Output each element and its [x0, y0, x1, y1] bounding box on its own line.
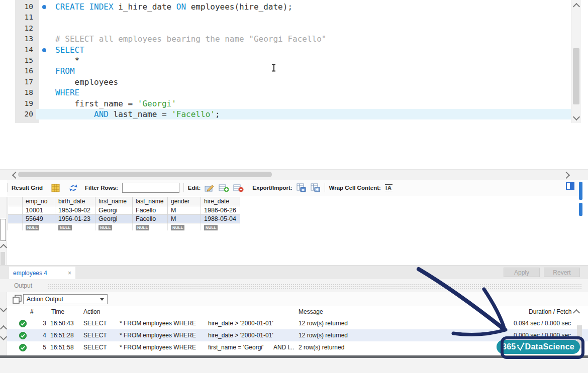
table-cell[interactable]: 1956-01-23 — [55, 215, 95, 223]
tab-employees-4[interactable]: employees 4 × — [9, 267, 75, 280]
code-line[interactable]: 12 — [15, 23, 571, 34]
table-cell[interactable]: Facello — [133, 206, 168, 215]
collapsed-panel-icon[interactable] — [1, 219, 6, 241]
row-selector[interactable] — [8, 215, 23, 223]
form-editor-toggle-icon[interactable] — [566, 182, 574, 190]
export-icon[interactable] — [297, 183, 307, 192]
table-cell[interactable]: 1986-06-26 — [201, 206, 240, 215]
null-cell[interactable]: NULL — [133, 223, 168, 230]
line-number: 18 — [15, 87, 36, 98]
output-action-table: employees WHERE — [143, 344, 196, 351]
import-icon[interactable] — [311, 183, 321, 192]
result-tab-label: employees 4 — [13, 270, 47, 277]
null-cell[interactable]: NULL — [201, 223, 240, 230]
table-cell[interactable]: 1953-09-02 — [55, 206, 95, 215]
table-cell[interactable]: Facello — [133, 215, 168, 223]
splitter-down-icon[interactable] — [0, 333, 7, 340]
result-grid-toolbar: Result Grid Filter Rows: Edit: Export/Im… — [7, 180, 581, 196]
output-time: 16:51:28 — [50, 332, 74, 339]
column-header[interactable]: emp_no — [23, 197, 55, 206]
table-cell[interactable]: M — [168, 206, 201, 215]
wrap-cell-icon[interactable]: IA — [385, 184, 393, 191]
status-ok-icon — [19, 344, 27, 351]
editor-vertical-scrollbar[interactable] — [571, 0, 581, 123]
insert-row-icon[interactable] — [219, 184, 229, 192]
output-type-select[interactable]: Action Output — [23, 294, 108, 304]
taskbar-area — [0, 358, 588, 373]
statement-marker-icon — [42, 5, 46, 9]
code-line[interactable]: 14SELECT — [15, 45, 571, 55]
code-line[interactable]: 11 — [15, 12, 571, 23]
scrollbar-thumb[interactable] — [573, 48, 579, 104]
code-line[interactable]: 15 * — [15, 55, 571, 66]
result-left-strip — [0, 197, 7, 267]
revert-button[interactable]: Revert — [544, 268, 580, 277]
null-cell[interactable]: NULL — [168, 223, 201, 230]
status-ok-icon — [19, 332, 27, 339]
result-scrollbar-segment[interactable] — [579, 203, 582, 216]
refresh-icon[interactable] — [69, 184, 78, 192]
result-grid[interactable]: emp_nobirth_datefirst_namelast_namegende… — [8, 197, 240, 230]
code-line[interactable]: 13# SELECT all employees bearing the nam… — [15, 34, 571, 44]
code-line[interactable]: 17 employees — [15, 77, 571, 87]
scroll-down-icon[interactable] — [573, 113, 580, 120]
null-cell[interactable]: NULL — [23, 223, 55, 230]
brand-suffix: DataScience — [525, 342, 574, 351]
layers-icon[interactable] — [12, 294, 22, 304]
code-token: CREATE INDEX — [55, 2, 114, 12]
table-cell[interactable]: M — [168, 215, 201, 223]
result-scrollbar-segment[interactable] — [579, 182, 582, 200]
code-token: FROM — [55, 66, 75, 76]
column-header[interactable]: first_name — [95, 197, 133, 206]
null-cell[interactable]: NULL — [55, 223, 95, 230]
tab-close-icon[interactable]: × — [68, 270, 71, 277]
editor-horizontal-scrollbar[interactable] — [0, 169, 588, 180]
null-cell[interactable]: NULL — [95, 223, 133, 230]
scrollbar-thumb[interactable] — [18, 172, 272, 177]
column-header[interactable]: gender — [168, 197, 201, 206]
sql-code-editor[interactable]: 10CREATE INDEX i_hire_date ON employees(… — [0, 0, 588, 123]
code-line[interactable]: 16FROM — [15, 66, 571, 76]
column-header[interactable]: birth_date — [55, 197, 95, 206]
scroll-right-icon[interactable] — [563, 172, 570, 179]
code-line[interactable]: 18WHERE — [15, 87, 571, 98]
filter-rows-input[interactable] — [122, 183, 179, 193]
splitter-up-icon[interactable] — [0, 325, 7, 332]
code-token: 'Georgi' — [138, 99, 176, 108]
output-action-verb: SELECT — [83, 332, 107, 339]
column-header[interactable]: last_name — [133, 197, 168, 206]
edit-record-icon[interactable] — [205, 184, 215, 192]
code-line[interactable]: 10CREATE INDEX i_hire_date ON employees(… — [15, 2, 571, 12]
line-number: 13 — [15, 34, 36, 44]
row-selector[interactable] — [8, 223, 23, 230]
code-line[interactable]: 19 first_name = 'Georgi' — [15, 98, 571, 109]
output-message: 2 row(s) returned — [299, 344, 344, 351]
scroll-up-icon[interactable] — [0, 244, 7, 251]
collapse-icon[interactable] — [0, 305, 7, 312]
text-cursor — [271, 63, 276, 72]
table-cell[interactable]: Georgi — [95, 206, 133, 215]
output-row[interactable]: 416:51:28SELECT* FROMemployees WHEREhire… — [7, 329, 588, 341]
row-selector-header[interactable] — [8, 197, 23, 206]
delete-row-icon[interactable] — [233, 184, 244, 192]
table-cell[interactable]: 55649 — [23, 215, 55, 223]
code-text: first_name = 'Georgi' — [55, 98, 176, 109]
scroll-up-icon[interactable] — [573, 3, 580, 10]
col-time: Time — [51, 308, 64, 315]
table-cell[interactable]: 1988-05-04 — [201, 215, 240, 223]
table-cell[interactable]: 10001 — [23, 206, 55, 215]
code-token: employees — [55, 77, 118, 87]
output-row[interactable]: 316:50:43SELECT* FROMemployees WHEREhire… — [7, 317, 588, 329]
column-header[interactable]: hire_date — [201, 197, 240, 206]
code-token: i_hire_date — [114, 2, 176, 12]
null-badge: NULL — [26, 225, 39, 230]
placeholder-row: NULLNULLNULLNULLNULLNULL — [8, 223, 240, 230]
apply-button[interactable]: Apply — [504, 268, 540, 277]
table-cell[interactable]: Georgi — [95, 215, 133, 223]
table-row: 556491956-01-23GeorgiFacelloM1988-05-04 — [8, 215, 240, 223]
col-action: Action — [83, 308, 100, 315]
code-line[interactable]: 20 AND last_name = 'Facello'; — [15, 109, 571, 119]
row-selector[interactable] — [8, 206, 23, 215]
grid-view-icon[interactable] — [51, 184, 60, 192]
code-token: ON — [176, 2, 186, 12]
